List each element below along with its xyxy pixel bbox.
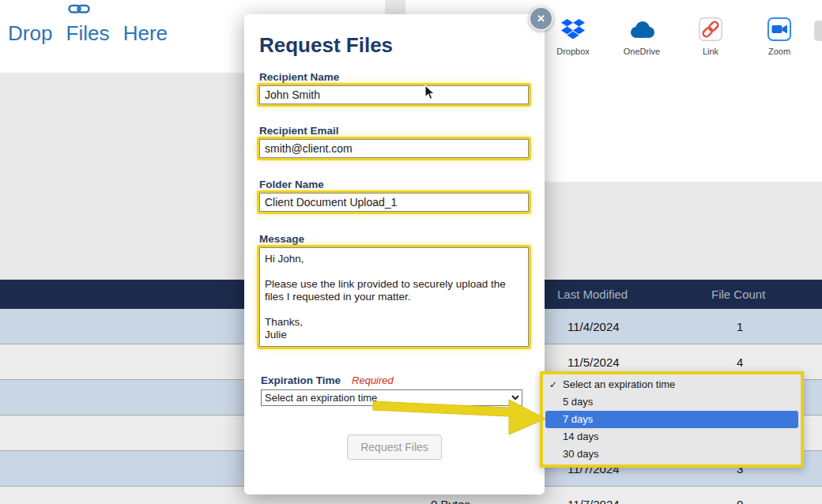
service-onedrive[interactable]: OneDrive [617,17,666,56]
service-label: Link [703,47,718,56]
link-icon [699,17,722,41]
mouse-cursor-icon [424,85,436,101]
folder-name-field-group: Folder Name [259,179,529,212]
cell-size: 0 Bytes [431,498,470,504]
service-zoom[interactable]: Zoom [755,17,804,56]
cell-file-count: 0 [737,498,743,504]
modal-close-button[interactable]: ✕ [529,6,553,31]
required-note: Required [352,374,394,386]
expiration-time-label: Expiration Time [261,374,341,386]
dropdown-option-label: 5 days [563,396,593,408]
cell-last-modified: 11/4/2024 [567,320,620,333]
cell-file-count: 4 [737,355,743,369]
service-label: Dropbox [556,47,590,56]
service-link[interactable]: Link [686,17,735,56]
dropdown-option-label: Select an expiration time [563,378,675,390]
services-row: Dropbox OneDrive [549,17,804,56]
recipient-email-field-group: Recipient Email [259,125,529,158]
recipient-name-label: Recipient Name [259,71,529,83]
message-textarea[interactable]: Hi John, Please use the link provided to… [259,247,529,347]
partial-icon [814,21,822,41]
zoom-icon [767,17,791,41]
cell-file-count: 1 [737,320,743,333]
recipient-email-label: Recipient Email [259,125,529,137]
dropdown-option-14-days[interactable]: 14 days [543,428,801,446]
message-label: Message [259,233,529,245]
annotation-arrow [365,392,555,438]
folder-name-label: Folder Name [259,179,529,190]
modal-title: Request Files [259,33,393,58]
dropdown-option-5-days[interactable]: 5 days [543,393,801,411]
dropbox-icon [561,17,585,41]
dropdown-option-label: 30 days [563,448,599,460]
service-dropbox[interactable]: Dropbox [549,17,598,56]
onedrive-icon [628,17,655,41]
link-chain-icon [68,1,90,17]
close-icon: ✕ [537,13,545,24]
recipient-name-input[interactable] [259,85,529,104]
app-screen: Drop Files Here Dropbox [0,0,822,504]
cell-last-modified: 11/7/2024 [567,498,620,504]
service-label: OneDrive [624,47,660,56]
dropdown-option-label: 14 days [563,431,599,442]
service-label: Zoom [768,47,790,56]
dropdown-option-default[interactable]: ✓ Select an expiration time [543,376,801,393]
dropdown-option-30-days[interactable]: 30 days [543,446,801,463]
cell-last-modified: 11/5/2024 [567,355,620,369]
recipient-name-field-group: Recipient Name [259,71,529,104]
expiration-dropdown: ✓ Select an expiration time 5 days 7 day… [540,371,804,468]
request-files-button[interactable]: Request Files [347,434,442,460]
message-field-group: Message Hi John, Please use the link pro… [259,233,529,350]
column-header-file-count[interactable]: File Count [711,288,765,301]
dropdown-option-7-days[interactable]: 7 days [545,411,798,428]
recipient-email-input[interactable] [259,139,529,158]
folder-name-input[interactable] [259,193,529,212]
column-header-last-modified[interactable]: Last Modified [557,288,628,301]
check-icon: ✓ [549,376,557,393]
drop-files-here-label: Drop Files Here [8,21,168,46]
dropdown-option-label: 7 days [563,413,593,425]
